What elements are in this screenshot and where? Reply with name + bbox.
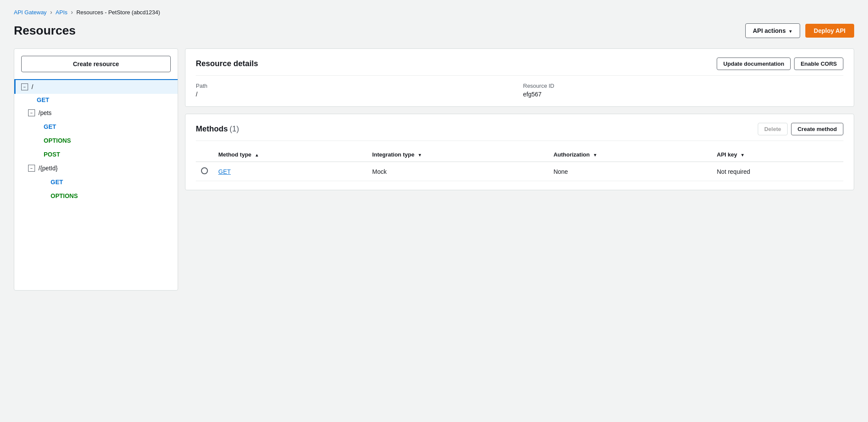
td-method-type: GET	[213, 162, 367, 181]
sort-integration-type-icon	[418, 153, 422, 157]
tree-item-pets[interactable]: − /pets	[14, 106, 178, 120]
method-label-pets-post: POST	[44, 151, 60, 158]
methods-table: Method type Integration type Authorizati…	[196, 148, 843, 181]
th-integration-type-label: Integration type	[372, 151, 415, 158]
expand-icon-petid: −	[28, 165, 35, 172]
tree-label-petid: /{petId}	[38, 165, 57, 172]
resource-details-grid: Path / Resource ID efg567	[196, 83, 843, 98]
tree-item-pets-options[interactable]: OPTIONS	[14, 134, 178, 147]
resource-id-field: Resource ID efg567	[523, 83, 843, 98]
create-resource-button[interactable]: Create resource	[21, 56, 171, 72]
th-integration-type[interactable]: Integration type	[367, 148, 548, 162]
method-label-pets-get: GET	[44, 123, 56, 130]
enable-cors-button[interactable]: Enable CORS	[794, 58, 843, 70]
methods-card: Methods (1) Delete Create method Method …	[185, 114, 854, 190]
methods-count-num: (1)	[230, 125, 239, 133]
methods-title: Methods	[196, 125, 228, 133]
breadcrumb: API Gateway › APIs › Resources - PetStor…	[14, 9, 854, 16]
resource-details-header: Resource details Update documentation En…	[196, 58, 843, 76]
tree-label-root: /	[32, 83, 33, 90]
methods-table-head: Method type Integration type Authorizati…	[196, 148, 843, 162]
th-authorization-label: Authorization	[553, 151, 590, 158]
th-method-type[interactable]: Method type	[213, 148, 367, 162]
path-label: Path	[196, 83, 516, 89]
tree-item-pets-get[interactable]: GET	[14, 120, 178, 134]
tree-item-petid[interactable]: − /{petId}	[14, 161, 178, 175]
method-label-pets-options: OPTIONS	[44, 137, 71, 144]
header-actions: API actions Deploy API	[745, 23, 854, 38]
th-api-key[interactable]: API key	[712, 148, 843, 162]
td-api-key: Not required	[712, 162, 843, 181]
breadcrumb-api-gateway[interactable]: API Gateway	[14, 9, 47, 16]
methods-actions: Delete Create method	[758, 123, 843, 135]
table-row: GET Mock None Not required	[196, 162, 843, 181]
tree-item-root[interactable]: − /	[14, 80, 178, 94]
method-label-petid-options: OPTIONS	[51, 192, 78, 199]
create-method-button[interactable]: Create method	[791, 123, 843, 135]
tree-item-petid-options[interactable]: OPTIONS	[14, 189, 178, 203]
resource-details-actions: Update documentation Enable CORS	[717, 58, 843, 70]
th-authorization[interactable]: Authorization	[548, 148, 712, 162]
method-label-root-get: GET	[37, 96, 49, 103]
tree-item-pets-post[interactable]: POST	[14, 147, 178, 161]
page-header: Resources API actions Deploy API	[14, 23, 854, 38]
sort-method-type-icon	[255, 153, 259, 157]
main-layout: Create resource − / GET − /pets	[14, 48, 854, 291]
breadcrumb-apis[interactable]: APIs	[56, 9, 67, 16]
tree-item-root-get[interactable]: GET	[14, 94, 178, 106]
method-type-link[interactable]: GET	[218, 168, 231, 175]
methods-header: Methods (1) Delete Create method	[196, 123, 843, 141]
api-actions-button[interactable]: API actions	[745, 23, 800, 38]
resource-id-value: efg567	[523, 91, 843, 98]
breadcrumb-current: Resources - PetStore (abcd1234)	[77, 9, 160, 16]
api-actions-label: API actions	[753, 27, 785, 34]
sort-api-key-icon	[740, 153, 745, 157]
method-label-petid-get: GET	[51, 179, 63, 185]
th-select	[196, 148, 213, 162]
update-documentation-button[interactable]: Update documentation	[717, 58, 791, 70]
methods-title-group: Methods (1)	[196, 125, 239, 134]
delete-method-button[interactable]: Delete	[758, 123, 788, 135]
td-authorization: None	[548, 162, 712, 181]
breadcrumb-sep-2: ›	[71, 9, 73, 16]
expand-icon-root: −	[21, 83, 28, 90]
td-integration-type: Mock	[367, 162, 548, 181]
th-api-key-label: API key	[717, 151, 737, 158]
resource-details-card: Resource details Update documentation En…	[185, 48, 854, 107]
chevron-down-icon	[788, 27, 793, 34]
path-field: Path /	[196, 83, 516, 98]
page-title: Resources	[14, 24, 76, 38]
methods-table-header-row: Method type Integration type Authorizati…	[196, 148, 843, 162]
methods-table-body: GET Mock None Not required	[196, 162, 843, 181]
expand-icon-pets: −	[28, 109, 35, 116]
tree-label-pets: /pets	[38, 109, 51, 116]
resource-id-label: Resource ID	[523, 83, 843, 89]
deploy-api-button[interactable]: Deploy API	[805, 24, 854, 38]
tree-item-petid-get[interactable]: GET	[14, 175, 178, 189]
td-select	[196, 162, 213, 181]
row-radio[interactable]	[201, 167, 208, 174]
resource-details-title: Resource details	[196, 59, 258, 68]
path-value: /	[196, 91, 516, 98]
left-panel: Create resource − / GET − /pets	[14, 48, 178, 291]
resource-tree: − / GET − /pets GET OPTIONS	[14, 80, 178, 203]
page-container: API Gateway › APIs › Resources - PetStor…	[0, 0, 868, 422]
breadcrumb-sep-1: ›	[50, 9, 52, 16]
th-method-type-label: Method type	[218, 151, 252, 158]
right-panel: Resource details Update documentation En…	[185, 48, 854, 190]
sort-authorization-icon	[593, 153, 597, 157]
